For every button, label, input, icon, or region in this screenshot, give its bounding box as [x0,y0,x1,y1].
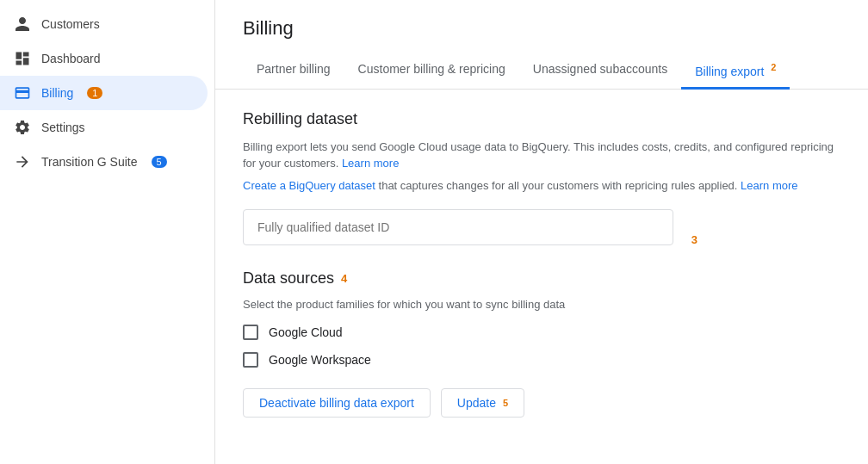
sidebar-item-label-transition: Transition G Suite [41,155,138,169]
content-area: Rebilling dataset Billing export lets yo… [215,90,868,438]
update-button[interactable]: Update 5 [441,388,524,418]
sidebar-item-customers[interactable]: Customers [0,7,208,41]
sidebar-item-transition[interactable]: Transition G Suite 5 [0,145,208,179]
tab-customer-billing[interactable]: Customer billing & repricing [344,53,519,90]
sidebar-item-billing[interactable]: Billing 1 [0,76,208,110]
section-title-rebilling: Rebilling dataset [243,110,840,128]
update-button-badge: 5 [503,398,508,408]
dataset-input-wrapper: 3 [243,209,673,269]
create-link-row: Create a BigQuery dataset that captures … [243,179,840,192]
arrow-icon [14,153,31,170]
main-content: Billing Partner billing Customer billing… [215,0,868,464]
tab-billing-export-label: Billing export [695,65,764,78]
learn-more-link-2[interactable]: Learn more [741,179,797,192]
update-button-label: Update [457,396,496,410]
checkbox-google-cloud[interactable]: Google Cloud [243,325,840,340]
page-header: Billing Partner billing Customer billing… [215,0,868,90]
sidebar-item-label-dashboard: Dashboard [41,52,101,65]
billing-icon [14,84,31,102]
sidebar-item-label-billing: Billing [41,86,73,100]
input-badge: 3 [691,232,698,245]
billing-badge: 1 [87,87,102,99]
button-row: Deactivate billing data export Update 5 [243,388,840,418]
data-sources-badge: 4 [341,272,347,285]
tab-partner-billing-label: Partner billing [257,62,331,76]
person-icon [14,15,31,33]
tab-unassigned-label: Unassigned subaccounts [533,62,667,76]
tabs: Partner billing Customer billing & repri… [243,53,840,89]
tab-billing-export-badge: 2 [771,62,776,72]
section-title-data-sources: Data sources 4 [243,269,840,288]
transition-badge: 5 [152,156,167,168]
page-title: Billing [243,17,840,40]
settings-icon [14,119,31,136]
section-description: Billing export lets you send Google Clou… [243,139,840,172]
checkbox-google-cloud-label: Google Cloud [269,325,343,339]
data-sources-description: Select the product families for which yo… [243,298,840,311]
deactivate-button[interactable]: Deactivate billing data export [243,388,431,418]
checkbox-google-workspace-box[interactable] [243,352,258,368]
tab-customer-billing-label: Customer billing & repricing [358,62,505,76]
sidebar-item-label-settings: Settings [41,121,85,134]
sidebar-item-dashboard[interactable]: Dashboard [0,41,208,76]
sidebar: Customers Dashboard Billing 1 Settings [0,0,215,464]
tab-partner-billing[interactable]: Partner billing [243,53,344,90]
checkbox-google-workspace[interactable]: Google Workspace [243,352,840,368]
checkbox-google-cloud-box[interactable] [243,325,258,340]
checkbox-google-workspace-label: Google Workspace [269,353,371,367]
sidebar-item-settings[interactable]: Settings [0,110,208,145]
dataset-id-input[interactable] [243,209,673,245]
tab-unassigned[interactable]: Unassigned subaccounts [519,53,681,90]
dashboard-icon [14,50,31,67]
sidebar-item-label-customers: Customers [41,17,100,31]
tab-billing-export[interactable]: Billing export 2 [681,53,790,90]
create-bigquery-link[interactable]: Create a BigQuery dataset [243,179,375,192]
learn-more-link-1[interactable]: Learn more [342,157,399,170]
